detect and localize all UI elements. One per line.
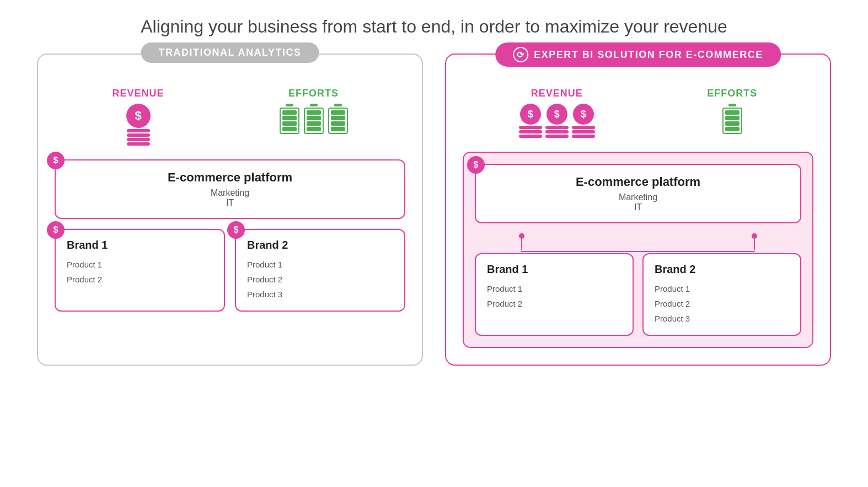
battery-top <box>728 104 736 106</box>
stack-bar-2 <box>127 133 150 137</box>
brand2-product-2: Product 2 <box>247 272 393 287</box>
platform-item-marketing: Marketing <box>69 188 391 198</box>
battery-seg <box>725 110 740 115</box>
traditional-platform-items: Marketing IT <box>69 188 391 208</box>
battery-seg <box>331 127 345 131</box>
expert-brand1-product-2: Product 2 <box>487 296 621 311</box>
stack-bar <box>519 135 542 138</box>
battery-top <box>310 104 318 106</box>
traditional-efforts-group: EFFORTS <box>280 88 348 146</box>
connector-h-line <box>521 251 755 252</box>
expert-brand2-product-3: Product 3 <box>655 311 789 326</box>
expert-logo-icon: ⟳ <box>513 47 528 62</box>
expert-revenue-stack-2: $ <box>545 104 569 138</box>
traditional-revenue-icons: $ <box>126 104 151 146</box>
battery-seg <box>282 116 297 120</box>
connector-line-left <box>521 239 522 250</box>
expert-metrics-row: REVENUE $ $ <box>463 88 813 138</box>
connector-line-right <box>754 239 755 250</box>
battery-seg <box>331 110 345 115</box>
connector-horizontal <box>475 251 801 252</box>
stack-bar <box>545 130 569 133</box>
connector-top-row <box>475 233 801 250</box>
brand1-product-2: Product 2 <box>67 272 213 287</box>
platform-item-it: IT <box>69 198 391 208</box>
dollar-circle-icon: $ <box>126 104 151 128</box>
traditional-efforts-label: EFFORTS <box>288 88 339 99</box>
expert-efforts-icons <box>722 104 742 134</box>
expert-platform-title: E-commerce platform <box>489 175 787 189</box>
connector-right <box>752 233 757 250</box>
traditional-brand-1-box: $ Brand 1 Product 1 Product 2 <box>55 229 225 312</box>
main-content: TRADITIONAL ANALYTICS REVENUE $ <box>22 53 846 366</box>
battery-top <box>334 104 342 106</box>
revenue-dollar-stack: $ <box>126 104 151 146</box>
expert-brand2-product-2: Product 2 <box>655 296 789 311</box>
traditional-brand2-products: Product 1 Product 2 Product 3 <box>247 257 393 302</box>
stack-bar-3 <box>127 138 150 141</box>
expert-platform-box: $ E-commerce platform Marketing IT <box>475 164 801 223</box>
expert-brand-1-box: Brand 1 Product 1 Product 2 <box>475 253 634 336</box>
expert-badge: ⟳ EXPERT BI SOLUTION FOR E-COMMERCE <box>495 42 781 67</box>
traditional-badge-label: TRADITIONAL ANALYTICS <box>159 47 302 58</box>
brand2-product-1: Product 1 <box>247 257 393 272</box>
battery-seg <box>331 121 345 126</box>
expert-brand1-product-1: Product 1 <box>487 281 621 296</box>
expert-platform-item-marketing: Marketing <box>489 192 787 202</box>
expert-platform-items: Marketing IT <box>489 192 787 212</box>
expert-efforts-label: EFFORTS <box>707 88 757 99</box>
stack-bar-4 <box>127 142 150 146</box>
traditional-revenue-label: REVENUE <box>112 88 164 99</box>
connector-dot-right <box>752 233 757 239</box>
battery-seg <box>307 110 321 115</box>
expert-brand2-title: Brand 2 <box>655 263 789 276</box>
stack-bar <box>545 126 569 129</box>
battery-seg <box>307 116 321 120</box>
traditional-platform-title: E-commerce platform <box>69 170 391 185</box>
traditional-panel: TRADITIONAL ANALYTICS REVENUE $ <box>37 53 423 366</box>
battery-seg <box>282 121 297 126</box>
battery-body <box>304 108 324 134</box>
traditional-revenue-group: REVENUE $ <box>112 88 164 146</box>
battery-seg <box>282 110 297 115</box>
battery-seg <box>725 116 740 120</box>
expert-revenue-stack-1: $ <box>519 104 542 138</box>
expert-stack-bars-1 <box>519 126 542 138</box>
stack-bar <box>545 135 569 138</box>
expert-badge-label: EXPERT BI SOLUTION FOR E-COMMERCE <box>534 49 763 61</box>
battery-seg <box>331 116 345 120</box>
traditional-badge: TRADITIONAL ANALYTICS <box>141 42 319 63</box>
expert-brand1-title: Brand 1 <box>487 263 621 276</box>
brand2-product-3: Product 3 <box>247 287 393 302</box>
battery-icon-1 <box>280 104 299 134</box>
expert-brand-2-box: Brand 2 Product 1 Product 2 Product 3 <box>642 253 801 336</box>
expert-revenue-group: REVENUE $ $ <box>519 88 595 138</box>
battery-body <box>328 108 348 134</box>
traditional-brand1-products: Product 1 Product 2 <box>67 257 213 287</box>
expert-dollar-circle-3: $ <box>573 104 594 125</box>
expert-platform-dollar-icon: $ <box>467 156 485 174</box>
expert-brand2-product-1: Product 1 <box>655 281 789 296</box>
battery-top <box>286 104 293 106</box>
stack-bars <box>127 129 150 146</box>
page-title: Aligning your business from start to end… <box>141 17 727 37</box>
traditional-brand-2-box: $ Brand 2 Product 1 Product 2 Product 3 <box>235 229 405 312</box>
traditional-brand1-title: Brand 1 <box>67 239 213 251</box>
expert-panel: ⟳ EXPERT BI SOLUTION FOR E-COMMERCE REVE… <box>445 53 831 366</box>
connector-left <box>519 233 524 250</box>
platform-dollar-icon: $ <box>47 152 65 169</box>
expert-inner-box: $ E-commerce platform Marketing IT <box>463 152 813 348</box>
brand2-dollar-icon: $ <box>227 221 245 239</box>
expert-platform-item-it: IT <box>489 202 787 212</box>
brand1-dollar-icon: $ <box>47 221 65 239</box>
expert-brand1-products: Product 1 Product 2 <box>487 281 621 311</box>
battery-seg <box>307 121 321 126</box>
traditional-brands-row: $ Brand 1 Product 1 Product 2 $ Brand 2 … <box>55 229 405 312</box>
battery-seg <box>725 127 740 131</box>
expert-dollar-circle-2: $ <box>546 104 567 125</box>
traditional-platform-box: $ E-commerce platform Marketing IT <box>55 159 405 219</box>
expert-revenue-icons: $ $ <box>519 104 595 138</box>
traditional-metrics-row: REVENUE $ EFFORTS <box>55 88 405 146</box>
traditional-platform-section: $ E-commerce platform Marketing IT <box>55 159 405 219</box>
expert-revenue-label: REVENUE <box>531 88 583 99</box>
